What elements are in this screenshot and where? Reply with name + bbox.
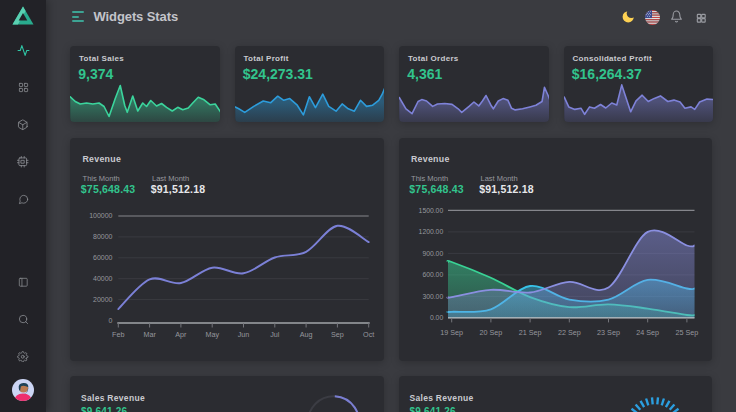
svg-text:100000: 100000 bbox=[89, 212, 112, 219]
svg-text:Sep: Sep bbox=[331, 329, 344, 338]
svg-text:Jul: Jul bbox=[270, 329, 280, 338]
svg-text:19 Sep: 19 Sep bbox=[440, 327, 463, 336]
svg-text:60000: 60000 bbox=[93, 254, 113, 261]
svg-text:20 Sep: 20 Sep bbox=[479, 327, 502, 336]
svg-text:0: 0 bbox=[109, 316, 113, 323]
svg-text:23 Sep: 23 Sep bbox=[597, 327, 620, 336]
svg-text:600.00: 600.00 bbox=[422, 271, 443, 278]
svg-text:20000: 20000 bbox=[93, 295, 113, 302]
svg-text:Mar: Mar bbox=[143, 329, 156, 338]
svg-text:Apr: Apr bbox=[175, 329, 187, 338]
svg-text:0.00: 0.00 bbox=[429, 314, 442, 321]
svg-text:24 Sep: 24 Sep bbox=[636, 327, 659, 336]
svg-text:22 Sep: 22 Sep bbox=[557, 327, 580, 336]
svg-text:80000: 80000 bbox=[93, 233, 113, 240]
svg-text:25 Sep: 25 Sep bbox=[675, 327, 698, 336]
svg-text:300.00: 300.00 bbox=[422, 292, 443, 299]
svg-text:Oct: Oct bbox=[363, 329, 374, 338]
svg-text:Jun: Jun bbox=[238, 329, 250, 338]
svg-text:Feb: Feb bbox=[112, 329, 124, 338]
svg-text:40000: 40000 bbox=[93, 275, 113, 282]
svg-text:Aug: Aug bbox=[300, 329, 313, 338]
svg-text:1200.00: 1200.00 bbox=[418, 228, 443, 235]
svg-text:1500.00: 1500.00 bbox=[418, 206, 443, 213]
svg-text:21 Sep: 21 Sep bbox=[518, 327, 541, 336]
svg-text:May: May bbox=[205, 329, 219, 338]
svg-text:900.00: 900.00 bbox=[422, 249, 443, 256]
